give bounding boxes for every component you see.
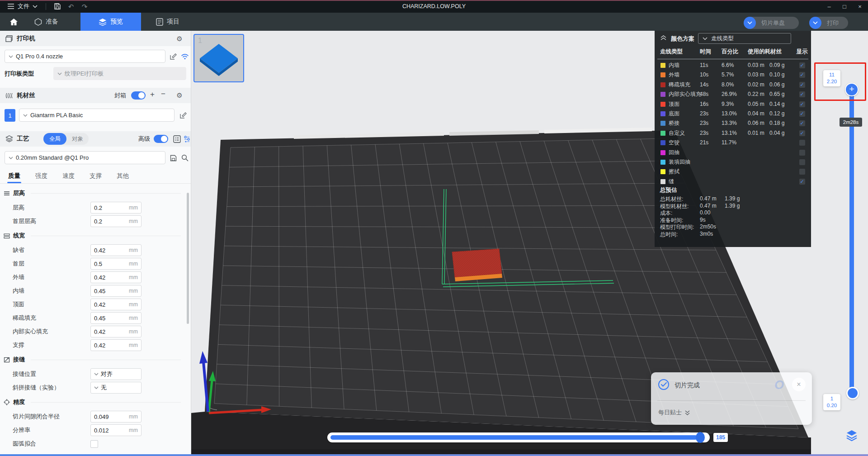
- setting-input[interactable]: 0.049mm: [90, 411, 142, 423]
- process-tab-强度[interactable]: 强度: [35, 169, 47, 183]
- tab-project-label: 项目: [167, 18, 179, 26]
- chevron-down-icon: [747, 21, 752, 24]
- line-type-visibility-checkbox[interactable]: ✓: [799, 120, 805, 126]
- line-type-visibility-checkbox[interactable]: ✓: [799, 150, 805, 156]
- print-button[interactable]: 打印: [809, 17, 848, 29]
- scope-object[interactable]: 对象: [66, 135, 89, 143]
- tab-prepare[interactable]: 准备: [34, 13, 58, 31]
- slice-button[interactable]: 切片单盘: [744, 17, 799, 29]
- filament-settings-button[interactable]: ⚙: [175, 90, 184, 100]
- filament-slot-badge[interactable]: 1: [5, 109, 15, 122]
- line-type-visibility-checkbox[interactable]: ✓: [799, 169, 805, 175]
- minimize-button[interactable]: –: [825, 3, 834, 10]
- layer-slider-bottom-handle[interactable]: [846, 387, 859, 399]
- plate-thumbnail[interactable]: 1: [193, 34, 244, 82]
- line-type-visibility-checkbox[interactable]: ✓: [799, 91, 805, 97]
- filament-select[interactable]: Giantarm PLA Basic: [19, 109, 175, 122]
- search-preset-button[interactable]: [180, 153, 190, 163]
- setting-input[interactable]: 0.012mm: [90, 424, 142, 436]
- setting-input[interactable]: 0.45mm: [90, 285, 142, 297]
- line-type-visibility-checkbox[interactable]: ✓: [799, 130, 805, 136]
- remove-filament-button[interactable]: −: [161, 90, 165, 99]
- setting-input[interactable]: 0.42mm: [90, 271, 142, 283]
- total-row: 模型打印时间:2m50s: [655, 223, 811, 231]
- undo-button[interactable]: ↶: [64, 0, 78, 13]
- sliced-model[interactable]: [452, 249, 502, 281]
- setting-group-title: 接缝: [13, 356, 25, 364]
- line-type-swatch: [660, 179, 665, 184]
- printer-select[interactable]: Q1 Pro 0.4 nozzle: [5, 50, 165, 63]
- scope-global[interactable]: 全局: [43, 133, 66, 145]
- setting-value: 0.5: [94, 261, 129, 267]
- seam-icon: [4, 357, 10, 363]
- save-preset-button[interactable]: [168, 153, 178, 163]
- redo-button[interactable]: ↷: [78, 0, 91, 13]
- line-type-time: 21s: [700, 138, 708, 147]
- process-tab-质量[interactable]: 质量: [8, 169, 20, 183]
- process-tab-支撑[interactable]: 支撑: [90, 169, 102, 183]
- edit-printer-button[interactable]: [168, 52, 178, 62]
- setting-unit: mm: [129, 218, 138, 224]
- process-tab-速度[interactable]: 速度: [62, 169, 75, 183]
- setting-input[interactable]: 0.42mm: [90, 299, 142, 310]
- line-type-visibility-checkbox[interactable]: ✓: [799, 62, 805, 68]
- layer-slider-track[interactable]: [849, 90, 854, 393]
- setting-input[interactable]: 0.42mm: [90, 244, 142, 256]
- setting-group-title: 线宽: [13, 232, 25, 240]
- slice-dropdown[interactable]: [744, 17, 756, 29]
- setting-input[interactable]: 0.2mm: [90, 215, 142, 227]
- plate-number: 1: [198, 37, 202, 45]
- setting-input[interactable]: 0.42mm: [90, 339, 142, 351]
- notification-close-button[interactable]: ×: [792, 378, 806, 391]
- line-type-swatch: [660, 92, 665, 97]
- line-type-visibility-checkbox[interactable]: ✓: [799, 179, 805, 185]
- advanced-toggle[interactable]: [154, 135, 168, 143]
- process-tune-button[interactable]: [182, 134, 191, 144]
- layer-view-button[interactable]: [845, 429, 858, 442]
- process-list-button[interactable]: [172, 134, 182, 144]
- enclosure-toggle[interactable]: [131, 91, 146, 100]
- line-type-swatch: [660, 111, 665, 116]
- home-button[interactable]: [5, 13, 23, 31]
- settings-scrollbar[interactable]: [187, 193, 189, 324]
- print-dropdown[interactable]: [809, 17, 821, 29]
- line-type-visibility-checkbox[interactable]: ✓: [799, 159, 805, 165]
- maximize-button[interactable]: □: [840, 3, 849, 10]
- tab-preview[interactable]: 预览: [80, 13, 141, 31]
- line-type-visibility-checkbox[interactable]: ✓: [799, 101, 805, 107]
- double-chevron-down-icon: [684, 410, 690, 416]
- setting-unit: mm: [129, 247, 138, 253]
- daily-tip-button[interactable]: 每日贴士: [658, 408, 690, 417]
- setting-checkbox[interactable]: [90, 440, 98, 448]
- printer-settings-button[interactable]: ⚙: [175, 33, 184, 43]
- add-filament-button[interactable]: +: [150, 90, 155, 99]
- file-menu[interactable]: 文件: [4, 0, 41, 13]
- printer-wifi-button[interactable]: [180, 52, 190, 62]
- tab-project[interactable]: 项目: [156, 13, 179, 31]
- line-type-weight: 0.18 g: [769, 119, 784, 128]
- setting-input[interactable]: 0.42mm: [90, 326, 142, 337]
- line-type-visibility-checkbox[interactable]: ✓: [799, 72, 805, 78]
- step-slider-handle[interactable]: [696, 432, 705, 443]
- setting-input[interactable]: 0.45mm: [90, 312, 142, 324]
- plate-type-select[interactable]: 纹理PEI打印板: [53, 67, 186, 80]
- total-label: 成本:: [660, 209, 672, 217]
- printer-select-value: Q1 Pro 0.4 nozzle: [16, 53, 63, 60]
- line-type-visibility-checkbox[interactable]: ✓: [799, 82, 805, 88]
- color-scheme-select[interactable]: 走线类型: [698, 33, 791, 44]
- process-tab-其他[interactable]: 其他: [117, 169, 129, 183]
- close-button[interactable]: ×: [855, 3, 864, 10]
- step-slider-fill: [330, 435, 698, 440]
- collapse-panel-button[interactable]: [660, 35, 667, 41]
- edit-filament-button[interactable]: [178, 110, 188, 120]
- process-preset-select[interactable]: 0.20mm Standard @Q1 Pro: [5, 151, 165, 164]
- line-type-visibility-checkbox[interactable]: ✓: [799, 140, 805, 146]
- save-button[interactable]: [51, 0, 64, 13]
- setting-select[interactable]: 对齐: [90, 368, 142, 380]
- setting-select[interactable]: 无: [90, 382, 142, 394]
- setting-input[interactable]: 0.2mm: [90, 202, 142, 214]
- legend-header-divider: [657, 59, 808, 59]
- setting-input[interactable]: 0.5mm: [90, 258, 142, 270]
- line-type-visibility-checkbox[interactable]: ✓: [799, 111, 805, 117]
- step-slider-track[interactable]: [327, 432, 710, 442]
